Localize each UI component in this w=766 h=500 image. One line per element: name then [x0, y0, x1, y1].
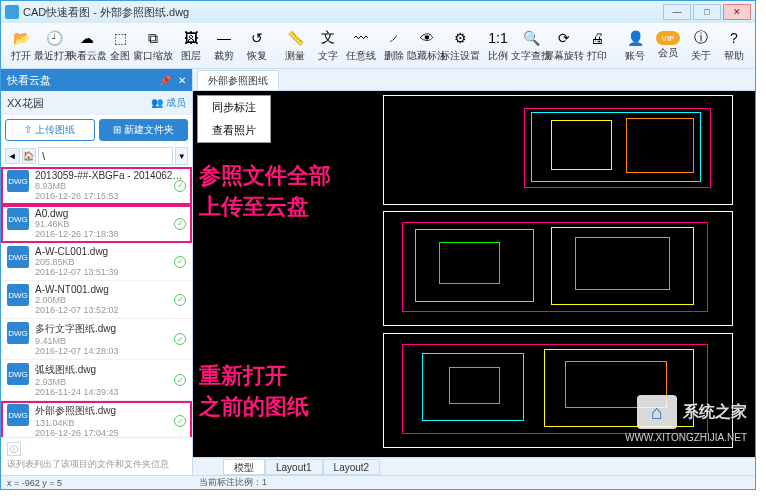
toolbar-label: 会员: [658, 46, 678, 60]
toolbar-标注设置[interactable]: ⚙标注设置: [444, 25, 476, 67]
toolbar-删除[interactable]: ⟋删除: [378, 25, 410, 67]
窗口缩放-icon: ⧉: [143, 28, 163, 48]
隐藏标注-icon: 👁: [417, 28, 437, 48]
sync-check-icon: ✓: [174, 374, 186, 386]
toolbar-label: 测量: [285, 49, 305, 63]
toolbar-label: 比例: [488, 49, 508, 63]
file-meta: 2.00MB: [35, 295, 186, 305]
toolbar-label: 全图: [110, 49, 130, 63]
path-dropdown-icon[interactable]: ▼: [175, 147, 188, 165]
toolbar-窗口缩放[interactable]: ⧉窗口缩放: [137, 25, 169, 67]
layout-tab[interactable]: Layout1: [265, 459, 323, 475]
toolbar-label: 打开: [11, 49, 31, 63]
file-meta: 91.46KB: [35, 219, 186, 229]
status-scale: 当前标注比例：1: [199, 476, 267, 489]
file-date: 2016-12-26 17:04:25: [35, 428, 186, 437]
members-button[interactable]: 👥 成员: [151, 96, 186, 110]
toolbar-打印[interactable]: 🖨打印: [581, 25, 613, 67]
打开-icon: 📂: [11, 28, 31, 48]
file-item[interactable]: DWGA-W-CL001.dwg205.85KB2016-12-07 13:51…: [1, 243, 192, 281]
toolbar-风格[interactable]: 🎨风格: [751, 25, 755, 67]
sidebar-title-text: 快看云盘: [7, 73, 155, 88]
path-input[interactable]: [38, 147, 173, 165]
sync-check-icon: ✓: [174, 415, 186, 427]
project-header: XX花园 👥 成员: [1, 91, 192, 115]
toolbar-会员[interactable]: VIP会员: [652, 25, 684, 67]
sidebar-close-icon[interactable]: ✕: [178, 75, 186, 86]
cad-canvas[interactable]: 参照文件全部上传至云盘 重新打开之前的图纸 ⌂ 系统之家 WWW.XITONGZ…: [193, 91, 755, 457]
layout-tab[interactable]: Layout2: [323, 459, 381, 475]
toolbar-文字[interactable]: 文文字: [312, 25, 344, 67]
file-item[interactable]: DWG多行文字图纸.dwg9.41MB2016-12-07 14:28:03✓: [1, 319, 192, 360]
toolbar-label: 删除: [384, 49, 404, 63]
pin-icon[interactable]: 📌: [159, 75, 171, 86]
toolbar-label: 文字: [318, 49, 338, 63]
file-date: 2016-12-26 17:15:53: [35, 191, 186, 201]
toolbar-label: 屏幕旋转: [544, 49, 584, 63]
toolbar-label: 窗口缩放: [133, 49, 173, 63]
watermark: ⌂ 系统之家: [637, 395, 747, 429]
context-menu: 同步标注查看照片: [197, 95, 271, 143]
toolbar-帮助[interactable]: ?帮助: [718, 25, 750, 67]
layout-tab[interactable]: 模型: [223, 459, 265, 475]
file-meta: 8.93MB: [35, 181, 186, 191]
toolbar-裁剪[interactable]: —裁剪: [208, 25, 240, 67]
toolbar-label: 任意线: [346, 49, 376, 63]
minimize-button[interactable]: —: [663, 4, 691, 20]
upload-button[interactable]: ⇧ 上传图纸: [5, 119, 95, 141]
toolbar-任意线[interactable]: 〰任意线: [345, 25, 377, 67]
toolbar-文字查找[interactable]: 🔍文字查找: [515, 25, 547, 67]
toolbar-label: 帮助: [724, 49, 744, 63]
home-icon[interactable]: 🏠: [22, 148, 37, 164]
会员-icon: VIP: [656, 31, 680, 45]
toolbar-测量[interactable]: 📏测量: [279, 25, 311, 67]
dwg-file-icon: DWG: [7, 246, 29, 268]
toolbar-最近打开[interactable]: 🕘最近打开: [38, 25, 70, 67]
toolbar-打开[interactable]: 📂打开: [5, 25, 37, 67]
sidebar-title: 快看云盘 📌 ✕: [1, 69, 192, 91]
快看云盘-icon: ☁: [77, 28, 97, 48]
status-coords: x = -962 y = 5: [7, 478, 199, 488]
cloud-sidebar: 快看云盘 📌 ✕ XX花园 👥 成员 ⇧ 上传图纸 ⊞ 新建文件夹 ◄ 🏠 ▼: [1, 69, 193, 475]
toolbar-全图[interactable]: ⬚全图: [104, 25, 136, 67]
maximize-button[interactable]: □: [693, 4, 721, 20]
toolbar-比例[interactable]: 1:1比例: [482, 25, 514, 67]
drawing-sheet-1: [383, 95, 733, 205]
file-item[interactable]: DWG2013059-##-XBGFa - 20140623.dwg8.93MB…: [1, 167, 192, 205]
toolbar-账号[interactable]: 👤账号: [619, 25, 651, 67]
file-date: 2016-12-07 13:52:02: [35, 305, 186, 315]
sync-check-icon: ✓: [174, 218, 186, 230]
toolbar-隐藏标注[interactable]: 👁隐藏标注: [411, 25, 443, 67]
比例-icon: 1:1: [488, 28, 508, 48]
file-item[interactable]: DWG外部参照图纸.dwg131.04KB2016-12-26 17:04:25…: [1, 401, 192, 437]
toolbar-label: 账号: [625, 49, 645, 63]
new-folder-button[interactable]: ⊞ 新建文件夹: [99, 119, 189, 141]
menu-item[interactable]: 查看照片: [198, 119, 270, 142]
toolbar-恢复[interactable]: ↺恢复: [241, 25, 273, 67]
toolbar-关于[interactable]: ⓘ关于: [685, 25, 717, 67]
back-icon[interactable]: ◄: [5, 148, 20, 164]
file-list[interactable]: DWG2013059-##-XBGFa - 20140623.dwg8.93MB…: [1, 167, 192, 437]
toolbar-图层[interactable]: 🖼图层: [175, 25, 207, 67]
file-meta: 2.93MB: [35, 377, 186, 387]
dwg-file-icon: DWG: [7, 170, 29, 192]
sidebar-footer: ⓘ 该列表列出了该项目的文件和文件夹信息: [1, 437, 192, 475]
sync-check-icon: ✓: [174, 256, 186, 268]
toolbar-快看云盘[interactable]: ☁快看云盘: [71, 25, 103, 67]
file-item[interactable]: DWG弧线图纸.dwg2.93MB2016-11-24 14:39:43✓: [1, 360, 192, 401]
menu-item[interactable]: 同步标注: [198, 96, 270, 119]
annotation-1: 参照文件全部上传至云盘: [199, 161, 331, 223]
path-bar: ◄ 🏠 ▼: [1, 145, 192, 167]
dwg-file-icon: DWG: [7, 363, 29, 385]
statusbar: x = -962 y = 5 当前标注比例：1: [1, 475, 755, 489]
dwg-file-icon: DWG: [7, 284, 29, 306]
file-item[interactable]: DWGA0.dwg91.46KB2016-12-26 17:18:38✓: [1, 205, 192, 243]
close-button[interactable]: ✕: [723, 4, 751, 20]
watermark-text: 系统之家: [683, 402, 747, 423]
toolbar-屏幕旋转[interactable]: ⟳屏幕旋转: [548, 25, 580, 67]
file-item[interactable]: DWGA-W-NT001.dwg2.00MB2016-12-07 13:52:0…: [1, 281, 192, 319]
info-icon[interactable]: ⓘ: [7, 442, 21, 456]
裁剪-icon: —: [214, 28, 234, 48]
content-area: 快看云盘 📌 ✕ XX花园 👥 成员 ⇧ 上传图纸 ⊞ 新建文件夹 ◄ 🏠 ▼: [1, 69, 755, 475]
tab-active[interactable]: 外部参照图纸: [197, 70, 279, 90]
